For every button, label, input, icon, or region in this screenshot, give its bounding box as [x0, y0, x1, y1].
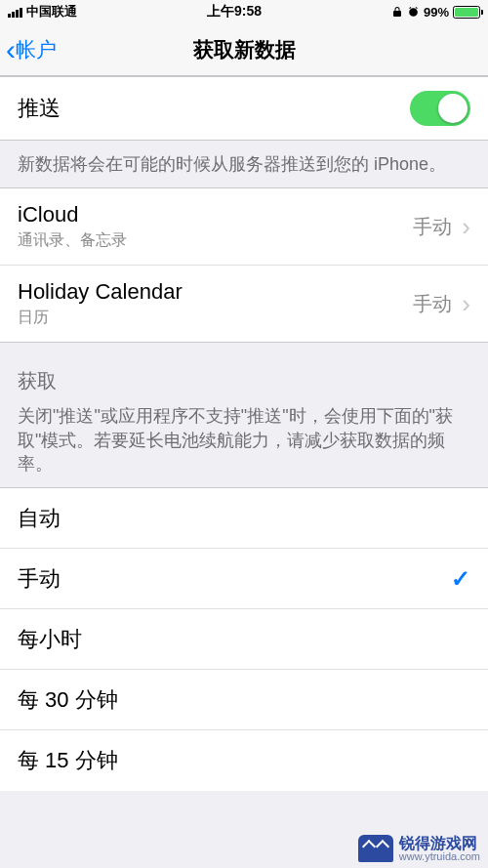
back-button[interactable]: ‹ 帐户	[6, 35, 57, 64]
fetch-option-30min[interactable]: 每 30 分钟	[0, 670, 488, 730]
watermark: 锐得游戏网 www.ytruida.com	[350, 829, 488, 868]
push-toggle[interactable]	[410, 91, 470, 126]
chevron-left-icon: ‹	[6, 35, 16, 64]
watermark-url: www.ytruida.com	[399, 851, 480, 862]
fetch-footer: 关闭"推送"或应用程序不支持"推送"时，会使用下面的"获取"模式。若要延长电池续…	[0, 404, 488, 487]
push-footer: 新数据将会在可能的时候从服务器推送到您的 iPhone。	[0, 141, 488, 187]
account-row-icloud[interactable]: iCloud 通讯录、备忘录 手动 ›	[0, 188, 488, 266]
option-label: 每小时	[18, 625, 470, 654]
signal-icon	[8, 6, 22, 18]
battery-pct: 99%	[424, 5, 449, 20]
fetch-option-auto[interactable]: 自动	[0, 488, 488, 549]
account-row-holiday[interactable]: Holiday Calendar 日历 手动 ›	[0, 266, 488, 342]
status-bar: 中国联通 上午9:58 99%	[0, 0, 488, 23]
back-label: 帐户	[16, 36, 57, 63]
check-icon: ✓	[451, 565, 470, 593]
chevron-right-icon: ›	[462, 289, 470, 319]
status-left: 中国联通	[8, 3, 77, 21]
fetch-header: 获取	[0, 343, 488, 404]
status-time: 上午9:58	[207, 3, 262, 21]
account-mode: 手动	[413, 214, 452, 240]
option-label: 自动	[18, 504, 470, 533]
account-mode: 手动	[413, 291, 452, 317]
fetch-options-group: 自动 手动 ✓ 每小时 每 30 分钟 每 15 分钟	[0, 487, 488, 791]
push-row[interactable]: 推送	[0, 77, 488, 140]
watermark-name: 锐得游戏网	[399, 836, 480, 851]
lock-icon	[391, 6, 403, 18]
accounts-group: iCloud 通讯录、备忘录 手动 › Holiday Calendar 日历 …	[0, 187, 488, 343]
option-label: 每 30 分钟	[18, 685, 470, 715]
push-label: 推送	[18, 94, 410, 123]
nav-bar: ‹ 帐户 获取新数据	[0, 23, 488, 76]
fetch-option-manual[interactable]: 手动 ✓	[0, 549, 488, 609]
account-detail: 通讯录、备忘录	[18, 230, 413, 251]
account-detail: 日历	[18, 308, 413, 328]
carrier-label: 中国联通	[26, 3, 77, 21]
watermark-logo-icon	[358, 835, 393, 862]
chevron-right-icon: ›	[462, 212, 470, 242]
account-name: Holiday Calendar	[18, 279, 413, 305]
status-right: 99%	[391, 5, 480, 20]
fetch-option-15min[interactable]: 每 15 分钟	[0, 730, 488, 791]
fetch-option-hourly[interactable]: 每小时	[0, 609, 488, 670]
option-label: 手动	[18, 564, 451, 594]
option-label: 每 15 分钟	[18, 746, 470, 775]
page-title: 获取新数据	[193, 36, 296, 63]
push-group: 推送	[0, 76, 488, 141]
battery-icon	[453, 6, 480, 19]
account-name: iCloud	[18, 202, 413, 227]
alarm-icon	[407, 6, 420, 19]
